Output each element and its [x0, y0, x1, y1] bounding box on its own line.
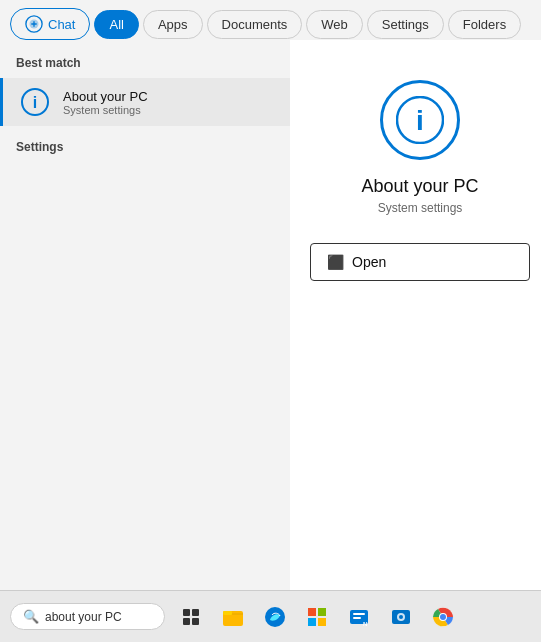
- tab-settings[interactable]: Settings: [367, 10, 444, 39]
- tab-settings-label: Settings: [382, 17, 429, 32]
- search-icon: 🔍: [23, 609, 39, 624]
- tab-all[interactable]: All: [94, 10, 138, 39]
- open-button[interactable]: ⬛ Open: [310, 243, 530, 281]
- search-query: about your PC: [45, 610, 122, 624]
- tab-folders[interactable]: Folders: [448, 10, 521, 39]
- svg-text:N: N: [363, 621, 367, 627]
- tab-all-label: All: [109, 17, 123, 32]
- task-view-icon[interactable]: [173, 599, 209, 635]
- result-item-about-pc[interactable]: i About your PC System settings: [0, 78, 290, 126]
- tab-web[interactable]: Web: [306, 10, 363, 39]
- svg-rect-13: [308, 608, 316, 616]
- tab-apps[interactable]: Apps: [143, 10, 203, 39]
- svg-point-23: [399, 615, 403, 619]
- tab-bar: Chat All Apps Documents Web Settings Fol…: [0, 0, 541, 40]
- outlook-icon[interactable]: [383, 599, 419, 635]
- svg-text:i: i: [416, 105, 424, 136]
- tab-web-label: Web: [321, 17, 348, 32]
- tab-documents-label: Documents: [222, 17, 288, 32]
- svg-rect-15: [308, 618, 316, 626]
- search-panel: Chat All Apps Documents Web Settings Fol…: [0, 0, 541, 590]
- svg-text:i: i: [33, 94, 37, 111]
- svg-rect-18: [353, 613, 365, 615]
- svg-rect-7: [192, 609, 199, 616]
- best-match-label: Best match: [0, 56, 290, 78]
- result-icon: i: [19, 86, 51, 118]
- svg-rect-6: [183, 609, 190, 616]
- svg-point-26: [440, 614, 446, 620]
- info-icon-large: i: [396, 96, 444, 144]
- edge-icon[interactable]: [257, 599, 293, 635]
- svg-rect-9: [192, 618, 199, 625]
- chat-icon: [25, 15, 43, 33]
- about-pc-icon: i: [380, 80, 460, 160]
- svg-rect-11: [223, 611, 232, 615]
- tab-chat[interactable]: Chat: [10, 8, 90, 40]
- search-bar[interactable]: 🔍 about your PC: [10, 603, 165, 630]
- result-subtitle: System settings: [63, 104, 148, 116]
- tab-documents[interactable]: Documents: [207, 10, 303, 39]
- right-panel-subtitle: System settings: [378, 201, 463, 215]
- chrome-icon[interactable]: [425, 599, 461, 635]
- file-explorer-icon[interactable]: [215, 599, 251, 635]
- left-panel: Best match i About your PC System settin…: [0, 40, 290, 590]
- svg-rect-8: [183, 618, 190, 625]
- external-link-icon: ⬛: [327, 254, 344, 270]
- open-button-label: Open: [352, 254, 386, 270]
- tab-folders-label: Folders: [463, 17, 506, 32]
- outlook-new-icon[interactable]: N: [341, 599, 377, 635]
- svg-rect-16: [318, 618, 326, 626]
- info-circle-icon: i: [21, 88, 49, 116]
- result-text: About your PC System settings: [63, 89, 148, 116]
- tab-apps-label: Apps: [158, 17, 188, 32]
- right-panel-title: About your PC: [361, 176, 478, 197]
- svg-rect-14: [318, 608, 326, 616]
- tab-chat-label: Chat: [48, 17, 75, 32]
- result-title: About your PC: [63, 89, 148, 104]
- taskbar-icons: N: [173, 599, 461, 635]
- settings-section-label: Settings: [0, 126, 290, 158]
- right-panel: i About your PC System settings ⬛ Open: [290, 40, 541, 590]
- taskbar: 🔍 about your PC: [0, 590, 541, 642]
- store-icon[interactable]: [299, 599, 335, 635]
- svg-rect-19: [353, 617, 361, 619]
- content-area: Best match i About your PC System settin…: [0, 40, 541, 590]
